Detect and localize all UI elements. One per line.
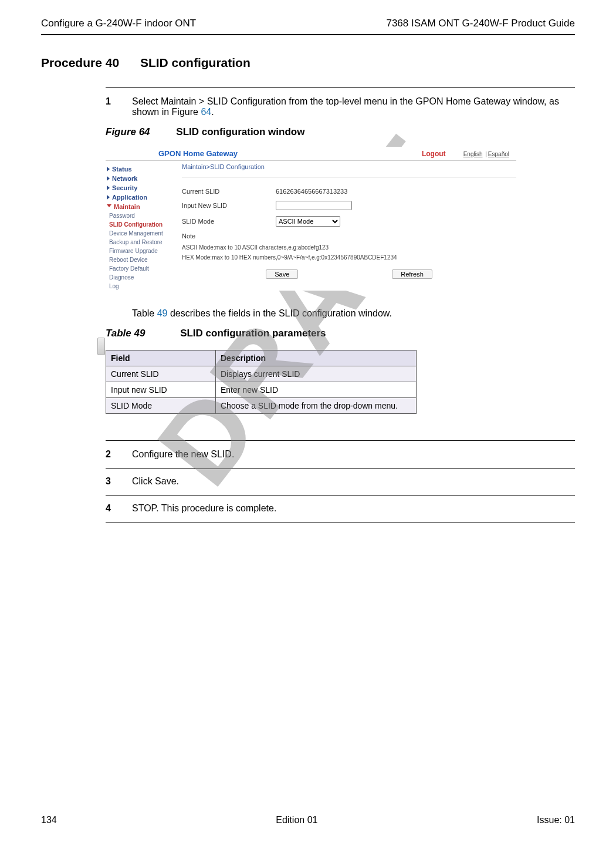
field-slid-mode: SLID Mode ASCII Mode [182, 213, 516, 230]
header-rule [41, 34, 575, 35]
step-text: STOP. This procedure is complete. [132, 503, 276, 514]
rule [106, 496, 575, 496]
sidebar-item-security[interactable]: Security [106, 183, 176, 193]
table-row: SLID Mode Choose a SLID mode from the dr… [106, 398, 417, 414]
header-right: 7368 ISAM ONT G-240W-F Product Guide [386, 18, 575, 29]
sidebar-sub-factory[interactable]: Factory Default [106, 264, 176, 273]
step-text: Configure the new SLID. [132, 449, 234, 460]
header-left: Configure a G-240W-F indoor ONT [41, 18, 196, 29]
procedure-heading: Procedure 40 SLID configuration [41, 56, 575, 70]
cell-desc: Choose a SLID mode from the drop-down me… [216, 398, 417, 414]
table-header-row: Field Description [106, 350, 417, 366]
field-current-slid: Current SLID 61626364656667313233 [182, 185, 516, 198]
rule [106, 523, 575, 523]
procedure-number: Procedure 40 [41, 56, 119, 70]
table-row: Current SLID Displays current SLID [106, 366, 417, 382]
cell-field: Current SLID [106, 366, 216, 382]
sidebar-sub-password[interactable]: Password [106, 211, 176, 220]
sidebar-sub-backup[interactable]: Backup and Restore [106, 238, 176, 247]
save-button[interactable]: Save [266, 269, 298, 279]
current-slid-value: 61626364656667313233 [276, 188, 347, 195]
table-caption: Table 49 SLID configuration parameters [106, 328, 575, 339]
sidebar-item-application[interactable]: Application [106, 193, 176, 202]
cell-field: SLID Mode [106, 398, 216, 414]
figure-title-text: SLID configuration window [176, 126, 304, 137]
scrollbar-thumb[interactable] [97, 338, 105, 355]
current-slid-label: Current SLID [182, 188, 276, 195]
th-field: Field [106, 350, 216, 366]
procedure-title: SLID configuration [140, 56, 251, 69]
gw-header: GPON Home Gateway Logout English |Españo… [106, 147, 516, 161]
chevron-down-icon [107, 204, 111, 210]
gw-title: GPON Home Gateway [158, 149, 238, 158]
cell-desc: Enter new SLID [216, 382, 417, 398]
figure-label: Figure 64 [106, 126, 150, 138]
input-new-slid-label: Input New SLID [182, 202, 276, 209]
field-note: Note [182, 230, 516, 242]
cell-desc: Displays current SLID [216, 366, 417, 382]
cell-field: Input new SLID [106, 382, 216, 398]
table-label: Table 49 [106, 328, 145, 339]
chevron-right-icon [107, 176, 110, 181]
input-new-slid-field[interactable] [276, 201, 352, 210]
rule [106, 468, 575, 469]
step-text: Select Maintain > SLID Configuration fro… [132, 96, 575, 117]
field-input-new-slid: Input New SLID [182, 198, 516, 213]
step-3: 3 Click Save. [106, 476, 575, 487]
language-switch[interactable]: English |Español [462, 151, 510, 157]
table-row: Input new SLID Enter new SLID [106, 382, 417, 398]
screenshot: GPON Home Gateway Logout English |Españo… [106, 147, 516, 291]
chevron-right-icon [107, 186, 110, 190]
step-4: 4 STOP. This procedure is complete. [106, 503, 575, 514]
step-text: Click Save. [132, 476, 179, 487]
edition: Edition 01 [276, 815, 317, 825]
chevron-right-icon [107, 167, 110, 171]
slid-mode-label: SLID Mode [182, 218, 276, 225]
logout-link[interactable]: Logout [422, 150, 446, 158]
sidebar-sub-log[interactable]: Log [106, 282, 176, 291]
sidebar-item-status[interactable]: Status [106, 164, 176, 174]
slid-mode-select[interactable]: ASCII Mode [276, 216, 340, 227]
step-1: 1 Select Maintain > SLID Configuration f… [106, 96, 575, 117]
rule [106, 87, 575, 88]
step-number: 3 [106, 476, 132, 487]
refresh-button[interactable]: Refresh [392, 269, 432, 279]
table-intro: Table 49 describes the fields in the SLI… [132, 308, 575, 319]
note-ascii: ASCII Mode:max to 10 ASCII characters,e.… [182, 242, 516, 252]
chevron-right-icon [107, 195, 110, 200]
sidebar-sub-device-mgmt[interactable]: Device Management [106, 229, 176, 238]
figure-link[interactable]: 64 [201, 107, 211, 117]
breadcrumb: Maintain>SLID Configuration [182, 161, 516, 178]
step-number: 4 [106, 503, 132, 514]
params-table: Field Description Current SLID Displays … [106, 350, 417, 414]
step-2: 2 Configure the new SLID. [106, 449, 575, 460]
table-link[interactable]: 49 [157, 308, 168, 318]
footer: 134 Edition 01 Issue: 01 [41, 815, 575, 825]
sidebar-item-maintain[interactable]: Maintain [106, 202, 176, 211]
sidebar: Status Network Security Application Main… [106, 161, 176, 291]
page-number: 134 [41, 815, 57, 825]
sidebar-item-network[interactable]: Network [106, 174, 176, 183]
table-title-text: SLID configuration parameters [180, 328, 326, 339]
sidebar-sub-slid[interactable]: SLID Configuration [106, 220, 176, 229]
issue: Issue: 01 [537, 815, 575, 825]
note-hex: HEX Mode:max to 10 HEX numbers,0~9/A~F/a… [182, 252, 516, 262]
rule [106, 440, 575, 441]
sidebar-sub-reboot[interactable]: Reboot Device [106, 255, 176, 264]
sidebar-sub-firmware[interactable]: Firmware Upgrade [106, 247, 176, 255]
th-desc: Description [216, 350, 417, 366]
step-number: 2 [106, 449, 132, 460]
gw-main: Maintain>SLID Configuration Current SLID… [176, 161, 516, 291]
sidebar-sub-diagnose[interactable]: Diagnose [106, 273, 176, 282]
figure-caption: Figure 64 SLID configuration window [106, 126, 575, 138]
note-label: Note [182, 232, 276, 240]
button-row: Save Refresh [182, 262, 516, 286]
step-number: 1 [106, 96, 132, 117]
